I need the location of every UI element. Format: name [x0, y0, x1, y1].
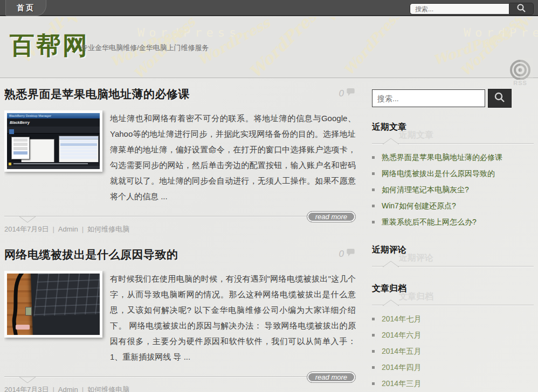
recent-post-link[interactable]: 熟悉界面是苹果电脑地址薄的必修课 — [382, 153, 502, 162]
list-item: 网络电缆被拔出是什么原因导致的 — [372, 166, 534, 182]
main-content: 熟悉界面是苹果电脑地址薄的必修课 0 BlackBerry Desktop Ma… — [4, 78, 356, 392]
read-more-button[interactable]: read more — [307, 372, 356, 383]
watermark-text: WordPress — [245, 17, 327, 78]
topbar-search-button[interactable] — [509, 3, 534, 15]
divider-notch — [19, 216, 36, 223]
read-more-button[interactable]: read more — [307, 211, 356, 222]
widget-list: 2014年七月 2014年六月 2014年五月 2014年四月 2014年三月 — [372, 311, 534, 392]
site-logo[interactable]: 百帮网 — [10, 29, 89, 62]
thumb-brand-label: BlackBerry — [7, 118, 100, 127]
post-title-link[interactable]: 熟悉界面是苹果电脑地址薄的必修课 — [4, 87, 190, 102]
post-title-link[interactable]: 网络电缆被拔出是什么原因导致的 — [4, 247, 178, 262]
widget-archives: 文章归档 文章归档 2014年七月 2014年六月 2014年五月 2014年四… — [372, 283, 534, 392]
list-item: 2014年七月 — [372, 311, 534, 327]
divider-notch — [383, 137, 399, 145]
thumb-window-titlebar: BlackBerry Desktop Manager — [7, 113, 100, 118]
list-item: 如何清理笔记本电脑灰尘? — [372, 182, 534, 198]
post-date: 2014年7月3日 — [4, 386, 49, 392]
widget-divider — [372, 141, 534, 146]
recent-post-link[interactable]: Win7如何创建还原点? — [382, 201, 456, 210]
divider-line — [4, 376, 356, 377]
list-item: 重装系统后不能上网怎么办? — [372, 214, 534, 230]
sidebar: 近期文章 近期文章 熟悉界面是苹果电脑地址薄的必修课 网络电缆被拔出是什么原因导… — [372, 78, 534, 392]
widget-title: 近期评论 — [372, 244, 534, 256]
post-category-link[interactable]: 如何维修电脑 — [87, 225, 129, 233]
topbar-search-input[interactable] — [410, 3, 509, 15]
widget-recent-comments: 近期评论 近期评论 — [372, 244, 534, 269]
thumb-status-bar — [7, 166, 100, 169]
comment-number: 0 — [339, 249, 344, 260]
bullet-icon — [372, 156, 375, 159]
recent-post-link[interactable]: 如何清理笔记本电脑灰尘? — [382, 185, 469, 194]
divider-notch — [19, 376, 36, 384]
post-author-link[interactable]: Admin — [58, 225, 78, 233]
thumb-warning-bar — [7, 162, 100, 166]
bullet-icon — [372, 366, 375, 369]
topbar-search — [410, 3, 534, 15]
thumb-dropdown-menu — [11, 137, 30, 159]
divider-notch — [383, 299, 399, 306]
thumb-photo-keys — [34, 271, 102, 317]
recent-post-link[interactable]: 网络电缆被拔出是什么原因导致的 — [382, 169, 495, 178]
bullet-icon — [372, 172, 375, 175]
watermark-text: WordPress — [464, 26, 538, 39]
post-excerpt: 地址簿也和网络有着密不可分的联系。将地址簿的信息与Google、Yahoo等的地… — [110, 110, 356, 204]
list-item: 2014年六月 — [372, 327, 534, 344]
top-bar: 首页 — [0, 0, 538, 16]
comment-count[interactable]: 0 — [339, 88, 356, 99]
meta-separator: | — [82, 386, 84, 392]
recent-post-link[interactable]: 重装系统后不能上网怎么办? — [382, 218, 477, 226]
comment-count[interactable]: 0 — [339, 248, 356, 260]
site-header: WordPress WordPress WordPress WordPress … — [0, 17, 538, 78]
post-date: 2014年7月9日 — [4, 225, 49, 233]
post-divider: read more — [4, 371, 356, 383]
comment-number: 0 — [339, 88, 344, 99]
archive-link[interactable]: 2014年五月 — [382, 347, 421, 355]
archive-link[interactable]: 2014年三月 — [382, 379, 421, 388]
sidebar-search-button[interactable] — [488, 89, 512, 108]
comment-bubble-icon — [347, 248, 356, 260]
post-meta: 2014年7月9日|Admin|如何维修电脑 — [4, 225, 356, 234]
watermark-text: WordPress — [341, 17, 404, 78]
list-item: Win7如何创建还原点? — [372, 198, 534, 214]
bullet-icon — [372, 382, 375, 385]
widget-title: 近期文章 — [372, 122, 534, 133]
post-category-link[interactable]: 如何维修电脑 — [87, 386, 129, 392]
watermark-text: WordPress — [65, 17, 123, 27]
post-item: 网络电缆被拔出是什么原因导致的 0 有时候我们在使用电脑的时候，有没 — [4, 247, 356, 392]
post-thumbnail[interactable] — [4, 271, 102, 338]
archive-link[interactable]: 2014年四月 — [382, 363, 421, 372]
meta-separator: | — [52, 225, 54, 233]
archive-link[interactable]: 2014年六月 — [382, 331, 421, 339]
search-icon — [516, 3, 526, 15]
bullet-icon — [372, 318, 375, 320]
bullet-icon — [372, 221, 375, 223]
meta-separator: | — [52, 386, 54, 392]
widget-divider — [372, 303, 534, 308]
widget-recent-posts: 近期文章 近期文章 熟悉界面是苹果电脑地址薄的必修课 网络电缆被拔出是什么原因导… — [372, 122, 534, 230]
widget-title: 文章归档 — [372, 283, 534, 295]
bullet-icon — [372, 350, 375, 353]
sidebar-search-input[interactable] — [372, 89, 485, 107]
post-thumbnail[interactable]: BlackBerry Desktop Manager BlackBerry — [4, 110, 102, 172]
thumb-photo-connector — [25, 307, 32, 316]
watermark-text: WordPress — [512, 17, 538, 36]
post-divider: read more — [4, 211, 356, 222]
nav-tab-home[interactable]: 首页 — [5, 0, 46, 16]
widget-divider — [372, 264, 534, 269]
divider-line — [4, 216, 356, 217]
archive-link[interactable]: 2014年七月 — [382, 314, 421, 323]
thumb-photo-plug — [16, 325, 30, 330]
list-item: 2014年三月 — [372, 376, 534, 392]
bullet-icon — [372, 188, 375, 191]
bullet-icon — [372, 334, 375, 337]
rss-link[interactable]: RSS — [505, 58, 536, 86]
post-meta: 2014年7月3日|Admin|如何维修电脑 — [4, 385, 356, 392]
watermark-text: WordPress — [137, 26, 240, 39]
thumb-photo-laptop — [31, 271, 102, 338]
post-author-link[interactable]: Admin — [58, 386, 78, 392]
divider-notch — [383, 260, 399, 268]
list-item: 熟悉界面是苹果电脑地址薄的必修课 — [372, 150, 534, 166]
bullet-icon — [372, 205, 375, 207]
post-item: 熟悉界面是苹果电脑地址薄的必修课 0 BlackBerry Desktop Ma… — [4, 87, 356, 234]
